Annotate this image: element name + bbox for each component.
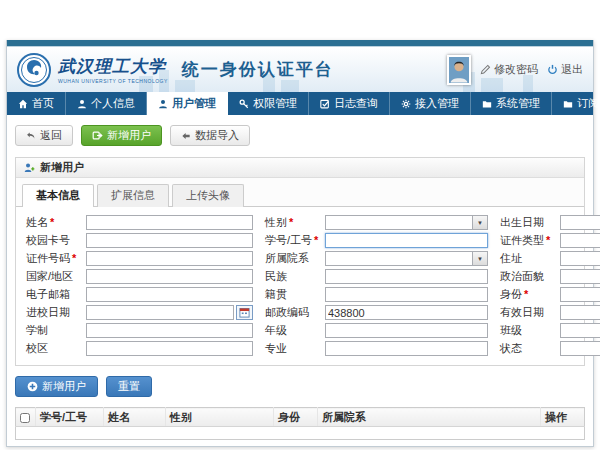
nav-item-subscribe-mgmt[interactable]: 订阅管理 xyxy=(552,92,600,115)
id-type-input[interactable] xyxy=(560,233,600,248)
address-input[interactable] xyxy=(560,251,600,266)
field-class: 班级 xyxy=(500,323,600,338)
field-label-name: 姓名* xyxy=(26,215,86,230)
birth-date-input[interactable] xyxy=(560,215,600,230)
nav-item-home[interactable]: 首页 xyxy=(7,92,66,115)
key-icon xyxy=(239,99,249,109)
department-input[interactable] xyxy=(325,251,473,266)
field-label-country: 国家/地区 xyxy=(26,269,86,284)
field-department: 所属院系▼ xyxy=(265,251,488,266)
nav-item-permission-mgmt[interactable]: 权限管理 xyxy=(228,92,309,115)
undo-arrow-icon xyxy=(26,131,36,141)
select-all-header-cell xyxy=(16,408,36,427)
app-window: 武汉理工大学 WUHAN UNIVERSITY OF TECHNOLOGY 统一… xyxy=(6,40,594,447)
field-control-address xyxy=(560,251,600,266)
nav-item-user-mgmt[interactable]: 用户管理 xyxy=(147,92,228,115)
gender-input[interactable] xyxy=(325,215,473,230)
field-label-id-number: 证件号码* xyxy=(26,251,86,266)
data-import-button[interactable]: 数据导入 xyxy=(170,125,250,146)
field-label-ethnicity: 民族 xyxy=(265,269,325,284)
nav-item-access-mgmt[interactable]: 接入管理 xyxy=(390,92,471,115)
nav-item-label: 日志查询 xyxy=(334,96,378,111)
id-number-input[interactable] xyxy=(86,251,253,266)
nav-bar: 首页个人信息用户管理权限管理日志查询接入管理系统管理订阅管理 xyxy=(7,92,593,115)
table-empty-cell xyxy=(104,427,166,440)
log-icon xyxy=(320,99,330,109)
field-label-class: 班级 xyxy=(500,323,560,338)
logout-link[interactable]: 退出 xyxy=(547,62,583,77)
add-user-submit-button[interactable]: 新增用户 xyxy=(15,376,98,397)
ethnicity-input[interactable] xyxy=(325,269,488,284)
study-length-input[interactable] xyxy=(86,323,253,338)
field-country: 国家/地区 xyxy=(26,269,253,284)
field-control-email xyxy=(86,287,253,302)
field-grade: 年级 xyxy=(265,323,488,338)
postal-code-input[interactable] xyxy=(325,305,488,320)
table-header-学号/工号: 学号/工号 xyxy=(36,408,104,427)
panel-title: 新增用户 xyxy=(40,160,84,175)
university-name-block: 武汉理工大学 WUHAN UNIVERSITY OF TECHNOLOGY xyxy=(58,55,168,84)
field-control-entry-date xyxy=(86,305,253,320)
table-header-性别: 性别 xyxy=(166,408,274,427)
table-empty-cell xyxy=(16,427,36,440)
select-all-checkbox[interactable] xyxy=(20,413,30,423)
major-input[interactable] xyxy=(325,341,488,356)
class-input[interactable] xyxy=(560,323,600,338)
field-control-department: ▼ xyxy=(325,251,488,266)
user-avatar[interactable] xyxy=(447,55,471,85)
field-label-study-length: 学制 xyxy=(26,323,86,338)
field-label-major: 专业 xyxy=(265,341,325,356)
field-major: 专业 xyxy=(265,341,488,356)
field-control-study-length xyxy=(86,323,253,338)
field-label-valid-date: 有效日期 xyxy=(500,305,560,320)
pencil-icon xyxy=(480,64,491,75)
nav-item-label: 权限管理 xyxy=(253,96,297,111)
university-name: 武汉理工大学 xyxy=(58,55,168,78)
back-label: 返回 xyxy=(40,128,62,143)
identity-input[interactable] xyxy=(560,287,600,302)
field-study-length: 学制 xyxy=(26,323,253,338)
nav-item-label: 系统管理 xyxy=(496,96,540,111)
campus-card-input[interactable] xyxy=(86,233,253,248)
back-button[interactable]: 返回 xyxy=(15,125,73,146)
political-status-input[interactable] xyxy=(560,269,600,284)
native-place-input[interactable] xyxy=(325,287,488,302)
tab-strip: 基本信息扩展信息上传头像 xyxy=(16,178,584,207)
reset-button[interactable]: 重置 xyxy=(106,376,152,397)
tab-extended-info[interactable]: 扩展信息 xyxy=(97,184,169,207)
email-input[interactable] xyxy=(86,287,253,302)
country-input[interactable] xyxy=(86,269,253,284)
field-control-postal-code xyxy=(325,305,488,320)
nav-item-profile[interactable]: 个人信息 xyxy=(66,92,147,115)
field-control-identity xyxy=(560,287,600,302)
student-id-input[interactable] xyxy=(325,233,488,248)
gender-dropdown-arrow-icon[interactable]: ▼ xyxy=(473,215,488,230)
add-user-submit-label: 新增用户 xyxy=(42,379,86,394)
tab-upload-avatar[interactable]: 上传头像 xyxy=(172,184,244,207)
nav-item-log-query[interactable]: 日志查询 xyxy=(309,92,390,115)
field-id-number: 证件号码* xyxy=(26,251,253,266)
nav-item-system-mgmt[interactable]: 系统管理 xyxy=(471,92,552,115)
name-input[interactable] xyxy=(86,215,253,230)
panel-header: 新增用户 xyxy=(16,158,584,178)
status-input[interactable] xyxy=(560,341,600,356)
top-strip xyxy=(7,40,593,47)
add-user-toolbar-button[interactable]: 新增用户 xyxy=(81,125,162,146)
field-label-id-type: 证件类型* xyxy=(500,233,560,248)
entry-date-calendar-icon[interactable] xyxy=(236,305,253,320)
nav-item-label: 订阅管理 xyxy=(577,96,600,111)
campus-input[interactable] xyxy=(86,341,253,356)
field-label-entry-date: 进校日期 xyxy=(26,305,86,320)
field-label-birth-date: 出生日期 xyxy=(500,215,560,230)
valid-date-input[interactable] xyxy=(560,305,600,320)
entry-date-input[interactable] xyxy=(86,305,234,320)
field-label-email: 电子邮箱 xyxy=(26,287,86,302)
data-import-label: 数据导入 xyxy=(195,128,239,143)
field-campus: 校区 xyxy=(26,341,253,356)
table-empty-cell xyxy=(274,427,318,440)
department-dropdown-arrow-icon[interactable]: ▼ xyxy=(473,251,488,266)
field-control-political-status xyxy=(560,269,600,284)
tab-basic-info[interactable]: 基本信息 xyxy=(22,184,94,207)
grade-input[interactable] xyxy=(325,323,488,338)
change-password-link[interactable]: 修改密码 xyxy=(480,62,538,77)
